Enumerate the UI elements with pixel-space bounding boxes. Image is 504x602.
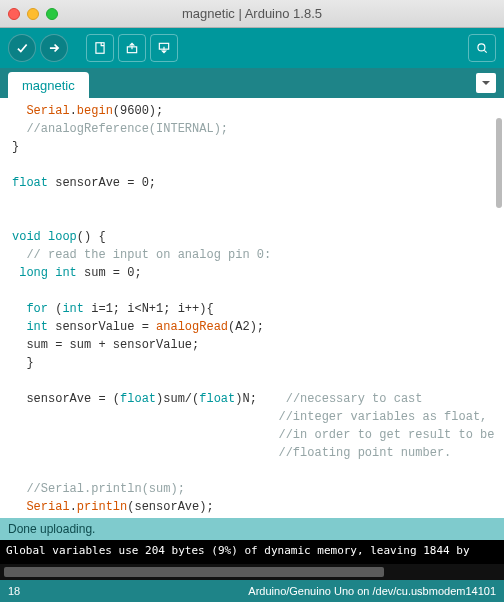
code-token: Serial (26, 500, 69, 514)
serial-monitor-button[interactable] (468, 34, 496, 62)
code-token: )N; (235, 392, 285, 406)
svg-rect-0 (96, 43, 104, 54)
code-token: analogRead (156, 320, 228, 334)
svg-point-3 (478, 44, 485, 51)
code-token: } (12, 140, 19, 154)
code-comment: //in order to get result to be (278, 428, 494, 442)
tab-menu-button[interactable] (476, 73, 496, 93)
code-token: loop (48, 230, 77, 244)
close-icon[interactable] (8, 8, 20, 20)
code-token: (A2); (228, 320, 264, 334)
code-token: sensorAve = 0; (48, 176, 156, 190)
code-token: begin (77, 104, 113, 118)
code-token (41, 230, 48, 244)
verify-button[interactable] (8, 34, 36, 62)
code-token: sensorValue = (48, 320, 156, 334)
new-button[interactable] (86, 34, 114, 62)
scroll-thumb[interactable] (4, 567, 384, 577)
scroll-thumb[interactable] (496, 118, 502, 208)
titlebar: magnetic | Arduino 1.8.5 (0, 0, 504, 28)
open-button[interactable] (118, 34, 146, 62)
code-comment: //analogReference(INTERNAL); (26, 122, 228, 136)
code-token: sum = 0; (77, 266, 142, 280)
horizontal-scrollbar[interactable] (0, 564, 504, 580)
status-text: Done uploading. (8, 522, 95, 536)
save-button[interactable] (150, 34, 178, 62)
vertical-scrollbar[interactable] (496, 98, 502, 518)
code-token: (9600); (113, 104, 163, 118)
code-token: )sum/( (156, 392, 199, 406)
code-token: int (26, 320, 48, 334)
board-info: Arduino/Genuino Uno on /dev/cu.usbmodem1… (248, 585, 496, 597)
code-token: sum = sum + sensorValue; (26, 338, 199, 352)
code-token: int (62, 302, 84, 316)
code-comment: // read the input on analog pin 0: (26, 248, 271, 262)
code-token: (sensorAve); (127, 500, 213, 514)
code-token: Serial (26, 104, 69, 118)
code-token: sensorAve = ( (26, 392, 120, 406)
code-token: ( (48, 302, 62, 316)
console-output[interactable]: Global variables use 204 bytes (9%) of d… (0, 540, 504, 564)
code-comment: //integer variables as float, (278, 410, 487, 424)
code-token: . (70, 500, 77, 514)
code-token: i=1; i<N+1; i++){ (84, 302, 214, 316)
upload-button[interactable] (40, 34, 68, 62)
code-token: println (77, 500, 127, 514)
maximize-icon[interactable] (46, 8, 58, 20)
code-comment: //Serial.println(sum); (26, 482, 184, 496)
console-line: Global variables use 204 bytes (9%) of d… (6, 544, 470, 557)
tab-magnetic[interactable]: magnetic (8, 72, 89, 98)
code-comment: //necessary to cast (286, 392, 423, 406)
code-token: void (12, 230, 41, 244)
code-token: float (199, 392, 235, 406)
tab-bar: magnetic (0, 68, 504, 98)
minimize-icon[interactable] (27, 8, 39, 20)
code-token: float (120, 392, 156, 406)
code-token: . (70, 104, 77, 118)
code-editor[interactable]: Serial.begin(9600); //analogReference(IN… (0, 98, 504, 518)
code-token: } (26, 356, 33, 370)
code-comment: //floating point number. (278, 446, 451, 460)
code-token: float (12, 176, 48, 190)
footer-bar: 18 Arduino/Genuino Uno on /dev/cu.usbmod… (0, 580, 504, 602)
code-token: long (19, 266, 48, 280)
status-bar: Done uploading. (0, 518, 504, 540)
code-token: for (26, 302, 48, 316)
code-token: () { (77, 230, 106, 244)
code-token: int (55, 266, 77, 280)
window-title: magnetic | Arduino 1.8.5 (0, 6, 504, 21)
line-number: 18 (8, 585, 20, 597)
toolbar (0, 28, 504, 68)
window-controls (8, 8, 58, 20)
